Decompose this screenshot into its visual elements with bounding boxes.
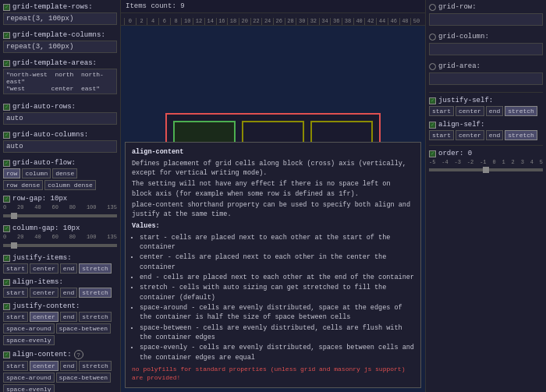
justify-items-stretch-btn[interactable]: stretch [79, 263, 112, 274]
grid-auto-rows-section: grid-auto-rows: [3, 103, 117, 126]
tooltip-values-label: Values: [132, 221, 414, 231]
top-ruler: 0 2 4 6 8 10 12 14 16 18 20 22 24 26 28 … [121, 13, 425, 26]
tooltip-note1: The setting will not have any effect if … [132, 179, 414, 199]
grid-template-columns-label: grid-template-columns: [3, 31, 117, 39]
row-gap-label: row-gap: 10px [3, 195, 117, 203]
justify-self-end-btn[interactable]: end [486, 106, 503, 116]
justify-content-end-btn[interactable]: end [60, 312, 77, 322]
justify-items-end-btn[interactable]: end [60, 263, 77, 274]
grid-row-label: grid-row: [429, 3, 543, 11]
justify-self-center-btn[interactable]: center [456, 106, 484, 116]
grid-row-radio[interactable] [429, 4, 436, 11]
grid-template-areas-input[interactable]: "north-west north north-east" "west cent… [3, 69, 117, 94]
grid-auto-columns-section: grid-auto-columns: [3, 131, 117, 154]
grid-column-input[interactable] [429, 43, 543, 55]
grid-template-rows-checkbox[interactable] [3, 4, 10, 11]
grid-row-input[interactable] [429, 13, 543, 26]
justify-content-label: justify-content: [3, 302, 117, 310]
tooltip-value-1: center - cells are placed next to each o… [140, 253, 414, 272]
grid-template-areas-label: grid-template-areas: [3, 59, 117, 67]
align-content-buttons1: start center end stretch [3, 361, 117, 371]
grid-template-columns-checkbox[interactable] [3, 32, 10, 39]
items-count-bar: Items count: 9 [121, 0, 425, 13]
align-self-stretch-btn[interactable]: stretch [505, 130, 537, 140]
align-content-checkbox[interactable] [3, 351, 10, 358]
grid-auto-flow-col-dense-btn[interactable]: column dense [44, 180, 96, 190]
order-slider-container: -5-4-3-2-1012345 [429, 159, 543, 174]
grid-auto-flow-buttons: row column dense [3, 168, 117, 178]
align-self-buttons: start center end stretch [429, 130, 543, 140]
grid-column-label: grid-column: [429, 33, 543, 41]
tooltip-value-6: space-evenly - cells are evenly distribu… [140, 343, 414, 362]
tooltip-box: align-content Defines placement of grid … [125, 142, 421, 388]
justify-content-section: justify-content: start center end stretc… [3, 302, 117, 345]
align-content-start-btn[interactable]: start [3, 361, 28, 371]
row-gap-slider[interactable] [3, 214, 117, 217]
align-items-center-btn[interactable]: center [30, 288, 58, 298]
grid-auto-columns-input[interactable] [3, 140, 117, 153]
right-divider-1 [429, 92, 543, 93]
align-content-space-around-btn[interactable]: space-around [3, 373, 55, 383]
right-divider-2 [429, 145, 543, 146]
align-self-center-btn[interactable]: center [456, 130, 484, 140]
grid-template-columns-input[interactable] [3, 41, 117, 53]
justify-self-start-btn[interactable]: start [429, 106, 454, 116]
tooltip-value-3: stretch - cells with auto sizing can get… [140, 283, 414, 302]
grid-auto-columns-checkbox[interactable] [3, 132, 10, 139]
tooltip-values-list: start - cells are placed next to each ot… [140, 233, 414, 362]
align-content-help-icon[interactable]: ? [74, 350, 83, 359]
left-panel: grid-template-rows: grid-template-column… [0, 0, 121, 392]
align-content-space-evenly-btn[interactable]: space-evenly [3, 384, 55, 392]
order-checkbox[interactable] [429, 150, 436, 157]
grid-auto-flow-row-btn[interactable]: row [3, 168, 20, 178]
align-items-checkbox[interactable] [3, 279, 10, 286]
order-section: order: 0 -5-4-3-2-1012345 [429, 150, 543, 174]
align-items-stretch-btn[interactable]: stretch [79, 288, 112, 298]
justify-content-center-btn[interactable]: center [30, 312, 58, 322]
justify-content-checkbox[interactable] [3, 303, 10, 310]
grid-column-radio[interactable] [429, 34, 436, 41]
justify-content-space-around-btn[interactable]: space-around [3, 323, 55, 334]
justify-content-start-btn[interactable]: start [3, 312, 28, 322]
justify-items-center-btn[interactable]: center [30, 263, 58, 274]
align-self-checkbox[interactable] [429, 122, 436, 129]
tooltip-value-5: space-between - cells are evenly distrib… [140, 323, 414, 343]
grid-template-rows-label: grid-template-rows: [3, 3, 117, 11]
grid-auto-flow-dense-btn[interactable]: dense [52, 168, 77, 178]
justify-self-stretch-btn[interactable]: stretch [505, 106, 537, 116]
justify-content-space-evenly-btn[interactable]: space-evenly [3, 335, 55, 345]
grid-auto-flow-row-dense-btn[interactable]: row dense [3, 180, 43, 190]
align-self-start-btn[interactable]: start [429, 130, 454, 140]
justify-content-stretch-btn[interactable]: stretch [79, 312, 112, 322]
grid-template-areas-checkbox[interactable] [3, 60, 10, 67]
grid-area-input[interactable] [429, 72, 543, 85]
tooltip-warning: no polyfills for standard properties (un… [132, 365, 414, 383]
justify-content-space-between-btn[interactable]: space-between [56, 323, 111, 334]
order-label: order: 0 [429, 150, 543, 157]
center-panel: Items count: 9 0 2 4 6 8 10 12 14 16 18 … [121, 0, 425, 392]
justify-items-checkbox[interactable] [3, 255, 10, 262]
row-gap-checkbox[interactable] [3, 196, 10, 203]
column-gap-slider[interactable] [3, 244, 117, 247]
grid-template-rows-input[interactable] [3, 12, 117, 25]
tooltip-description: Defines placement of grid cells along bl… [132, 159, 414, 178]
grid-auto-flow-checkbox[interactable] [3, 160, 10, 167]
grid-auto-columns-label: grid-auto-columns: [3, 131, 117, 139]
align-content-space-between-btn[interactable]: space-between [56, 373, 111, 383]
align-items-start-btn[interactable]: start [3, 288, 28, 298]
order-slider[interactable] [429, 168, 543, 171]
justify-items-start-btn[interactable]: start [3, 263, 28, 274]
align-items-end-btn[interactable]: end [60, 288, 77, 298]
grid-row-section: grid-row: [429, 3, 543, 28]
grid-auto-flow-column-btn[interactable]: column [22, 168, 51, 178]
grid-auto-rows-input[interactable] [3, 112, 117, 125]
align-self-end-btn[interactable]: end [486, 130, 503, 140]
align-content-center-btn[interactable]: center [30, 361, 58, 371]
align-content-end-btn[interactable]: end [60, 361, 77, 371]
align-content-stretch-btn[interactable]: stretch [79, 361, 112, 371]
column-gap-checkbox[interactable] [3, 225, 10, 232]
grid-area-radio[interactable] [429, 63, 436, 70]
justify-self-checkbox[interactable] [429, 97, 436, 104]
grid-auto-rows-checkbox[interactable] [3, 104, 10, 111]
items-count-label: Items count: 9 [126, 2, 185, 10]
